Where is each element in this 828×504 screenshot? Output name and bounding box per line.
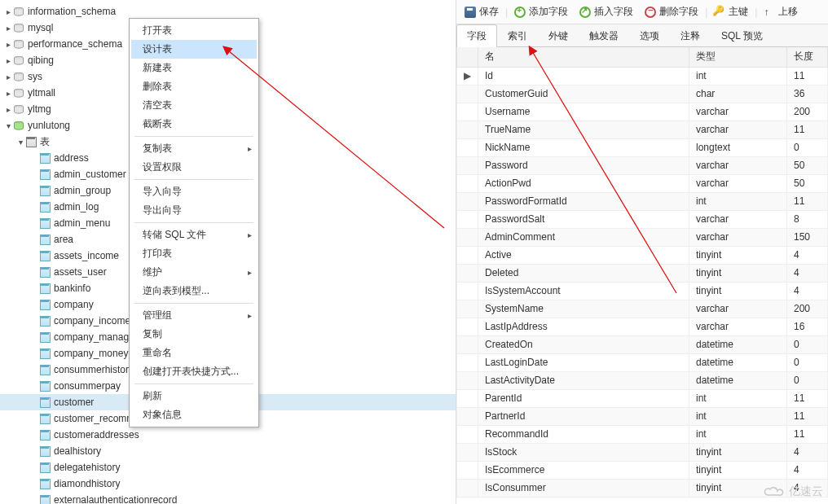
field-row[interactable]: TrueNamevarchar11 bbox=[457, 121, 828, 138]
field-row[interactable]: SystemNamevarchar200 bbox=[457, 300, 828, 318]
field-row[interactable]: Usernamevarchar200 bbox=[457, 103, 828, 121]
tree-table[interactable]: externalauthenticationrecord bbox=[0, 492, 456, 504]
field-name-cell[interactable]: Deleted bbox=[478, 264, 689, 282]
tree-db[interactable]: ▸information_schema bbox=[0, 3, 456, 20]
menu-item[interactable]: 对象信息 bbox=[131, 405, 257, 424]
field-type-cell[interactable]: tinyint bbox=[689, 282, 787, 300]
field-name-cell[interactable]: TrueName bbox=[478, 121, 689, 138]
field-row[interactable]: CustomerGuidchar36 bbox=[457, 85, 828, 103]
delete-field-button[interactable]: 删除字段 bbox=[640, 2, 703, 22]
field-row[interactable]: IsEcommercetinyint4 bbox=[457, 461, 828, 479]
field-row[interactable]: PasswordSaltvarchar8 bbox=[457, 210, 828, 228]
field-name-cell[interactable]: AdminComment bbox=[478, 228, 689, 246]
tree-table[interactable]: diamondhistory bbox=[0, 476, 456, 492]
field-row[interactable]: ▶Idint11 bbox=[457, 67, 828, 85]
field-name-cell[interactable]: LastIpAddress bbox=[478, 318, 689, 335]
field-length-cell[interactable]: 4 bbox=[787, 264, 828, 282]
field-length-cell[interactable]: 4 bbox=[787, 461, 828, 479]
menu-item[interactable]: 创建打开表快捷方式... bbox=[131, 362, 257, 381]
field-length-cell[interactable]: 11 bbox=[787, 425, 828, 443]
tab[interactable]: 注释 bbox=[670, 24, 711, 47]
field-row[interactable]: LastIpAddressvarchar16 bbox=[457, 318, 828, 335]
field-type-cell[interactable]: longtext bbox=[689, 138, 787, 156]
menu-item[interactable]: 刷新 bbox=[131, 387, 257, 405]
field-row[interactable]: ParentIdint11 bbox=[457, 389, 828, 407]
expand-arrow-icon[interactable]: ▸ bbox=[3, 105, 13, 114]
menu-item[interactable]: 设计表 bbox=[131, 40, 257, 59]
field-name-cell[interactable]: PasswordSalt bbox=[478, 210, 689, 228]
menu-item[interactable]: 复制表 bbox=[131, 139, 257, 158]
field-row[interactable]: NickNamelongtext0 bbox=[457, 138, 828, 156]
col-name[interactable]: 名 bbox=[478, 47, 689, 67]
menu-item[interactable]: 逆向表到模型... bbox=[131, 282, 257, 300]
table-context-menu[interactable]: 打开表设计表新建表删除表清空表截断表复制表设置权限导入向导导出向导转储 SQL … bbox=[129, 18, 259, 427]
field-type-cell[interactable]: int bbox=[689, 425, 787, 443]
field-row[interactable]: IsSystemAccounttinyint4 bbox=[457, 282, 828, 300]
tree-table[interactable]: dealhistory bbox=[0, 443, 456, 459]
field-row[interactable]: Activetinyint4 bbox=[457, 246, 828, 264]
field-name-cell[interactable]: RecommandId bbox=[478, 425, 689, 443]
field-name-cell[interactable]: IsEcommerce bbox=[478, 461, 689, 479]
field-length-cell[interactable]: 200 bbox=[787, 300, 828, 318]
menu-item[interactable]: 设置权限 bbox=[131, 158, 257, 177]
expand-arrow-icon[interactable]: ▾ bbox=[3, 121, 13, 130]
field-length-cell[interactable]: 4 bbox=[787, 282, 828, 300]
field-type-cell[interactable]: datetime bbox=[689, 371, 787, 389]
expand-arrow-icon[interactable]: ▸ bbox=[3, 40, 13, 49]
field-row[interactable]: RecommandIdint11 bbox=[457, 425, 828, 443]
field-type-cell[interactable]: varchar bbox=[689, 318, 787, 335]
field-row[interactable]: Passwordvarchar50 bbox=[457, 156, 828, 174]
expand-arrow-icon[interactable]: ▸ bbox=[3, 89, 13, 98]
field-row[interactable]: LastLoginDatedatetime0 bbox=[457, 353, 828, 371]
insert-field-button[interactable]: 插入字段 bbox=[575, 2, 638, 22]
field-length-cell[interactable]: 0 bbox=[787, 138, 828, 156]
field-row[interactable]: IsStocktinyint4 bbox=[457, 443, 828, 461]
field-length-cell[interactable]: 11 bbox=[787, 121, 828, 138]
expand-arrow-icon[interactable]: ▸ bbox=[3, 7, 13, 16]
menu-item[interactable]: 转储 SQL 文件 bbox=[131, 226, 257, 244]
tab[interactable]: 选项 bbox=[629, 24, 670, 47]
field-row[interactable]: PasswordFormatIdint11 bbox=[457, 192, 828, 210]
field-length-cell[interactable]: 8 bbox=[787, 210, 828, 228]
field-length-cell[interactable]: 50 bbox=[787, 174, 828, 192]
col-length[interactable]: 长度 bbox=[787, 47, 828, 67]
field-length-cell[interactable]: 200 bbox=[787, 103, 828, 121]
field-type-cell[interactable]: int bbox=[689, 407, 787, 425]
menu-item[interactable]: 截断表 bbox=[131, 115, 257, 134]
field-type-cell[interactable]: char bbox=[689, 85, 787, 103]
menu-item[interactable]: 打印表 bbox=[131, 244, 257, 263]
field-type-cell[interactable]: tinyint bbox=[689, 443, 787, 461]
field-row[interactable]: CreatedOndatetime0 bbox=[457, 335, 828, 353]
field-name-cell[interactable]: CreatedOn bbox=[478, 335, 689, 353]
menu-item[interactable]: 复制 bbox=[131, 325, 257, 344]
field-row[interactable]: PartnerIdint11 bbox=[457, 407, 828, 425]
field-type-cell[interactable]: varchar bbox=[689, 300, 787, 318]
field-length-cell[interactable]: 150 bbox=[787, 228, 828, 246]
field-type-cell[interactable]: varchar bbox=[689, 210, 787, 228]
field-name-cell[interactable]: LastActivityDate bbox=[478, 371, 689, 389]
field-type-cell[interactable]: tinyint bbox=[689, 246, 787, 264]
field-length-cell[interactable]: 4 bbox=[787, 443, 828, 461]
expand-arrow-icon[interactable]: ▾ bbox=[15, 138, 25, 147]
field-length-cell[interactable]: 50 bbox=[787, 156, 828, 174]
col-type[interactable]: 类型 bbox=[689, 47, 787, 67]
field-length-cell[interactable]: 0 bbox=[787, 353, 828, 371]
field-type-cell[interactable]: int bbox=[689, 192, 787, 210]
add-field-button[interactable]: 添加字段 bbox=[509, 2, 573, 22]
field-name-cell[interactable]: Id bbox=[478, 67, 689, 85]
menu-item[interactable]: 清空表 bbox=[131, 96, 257, 115]
field-name-cell[interactable]: SystemName bbox=[478, 300, 689, 318]
tab[interactable]: 索引 bbox=[497, 24, 538, 47]
field-type-cell[interactable]: varchar bbox=[689, 156, 787, 174]
tree-table[interactable]: delegatehistory bbox=[0, 459, 456, 476]
field-name-cell[interactable]: Username bbox=[478, 103, 689, 121]
field-type-cell[interactable]: varchar bbox=[689, 121, 787, 138]
field-name-cell[interactable]: Active bbox=[478, 246, 689, 264]
tree-table[interactable]: customeraddresses bbox=[0, 427, 456, 443]
field-type-cell[interactable]: varchar bbox=[689, 228, 787, 246]
field-name-cell[interactable]: PasswordFormatId bbox=[478, 192, 689, 210]
field-type-cell[interactable]: varchar bbox=[689, 174, 787, 192]
field-grid[interactable]: 名 类型 长度 ▶Idint11CustomerGuidchar36Userna… bbox=[456, 47, 828, 504]
expand-arrow-icon[interactable]: ▸ bbox=[3, 56, 13, 65]
menu-item[interactable]: 导出向导 bbox=[131, 201, 257, 220]
